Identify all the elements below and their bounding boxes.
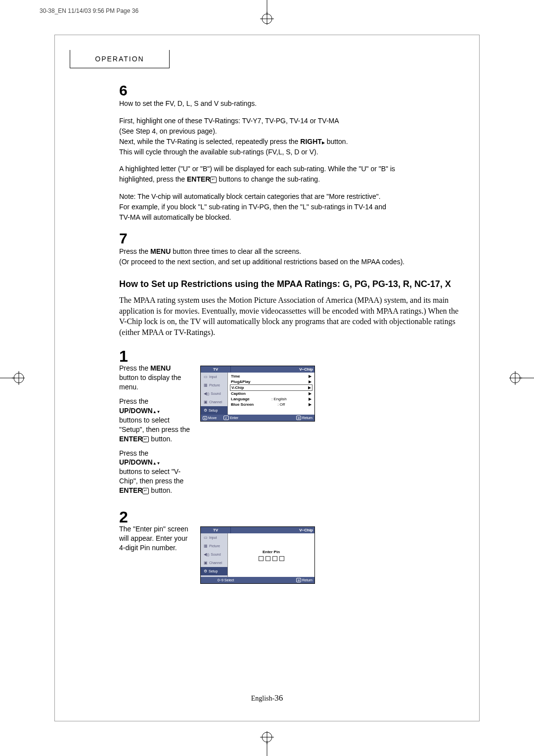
section-title: OPERATION — [70, 50, 170, 68]
step-1-number: 1 — [119, 347, 128, 366]
step-2-text: The "Enter pin" screen will appear. Ente… — [119, 524, 193, 553]
crop-mark-top — [256, 0, 278, 25]
step-6-number: 6 — [119, 82, 465, 99]
printer-header: 30-38_EN 11/14/03 9:56 PM Page 36 — [40, 7, 138, 14]
pin-box — [279, 556, 284, 561]
crop-mark-left — [0, 367, 25, 389]
tv1-sidebar: ▭Input ▦Picture ◀))Sound ▣Channel ⚙Setup — [201, 373, 228, 415]
step-6-text: How to set the FV, D, L, S and V sub-rat… — [119, 99, 465, 222]
tv-screenshot-2: TV V−Chip ▭Input ▦Picture ◀))Sound ▣Chan… — [200, 526, 315, 584]
enter-icon: ↵ — [142, 436, 149, 443]
tv2-sidebar: ▭Input ▦Picture ◀))Sound ▣Channel ⚙Setup — [201, 533, 228, 577]
mpaa-heading: How to Set up Restrictions using the MPA… — [119, 279, 465, 290]
crop-mark-bottom — [256, 731, 278, 756]
tv1-main: Time▶ Plug&Play▶ V-Chip▶ Caption▶ Langua… — [228, 373, 314, 415]
enter-icon: ↵ — [142, 488, 149, 494]
step-2-number: 2 — [119, 508, 128, 526]
pin-box — [259, 556, 264, 561]
step-7-number: 7 — [119, 230, 465, 247]
enter-icon: ↵ — [210, 177, 217, 183]
step-1-text: Press the MENU button to display the men… — [119, 364, 193, 495]
page-frame: OPERATION 6 How to set the FV, D, L, S a… — [54, 35, 480, 721]
tv2-enter-pin: Enter Pin — [228, 533, 314, 577]
content: 6 How to set the FV, D, L, S and V sub-r… — [119, 82, 465, 584]
page-number: English-36 — [251, 693, 283, 703]
tv-screenshot-1: TV V−Chip ▭Input ▦Picture ◀))Sound ▣Chan… — [200, 366, 315, 422]
step-7-text: Press the MENU button three times to cle… — [119, 247, 465, 267]
step-2-row: 2 — [119, 508, 465, 526]
step-1-row: 1 — [119, 347, 465, 366]
crop-mark-right — [509, 367, 534, 389]
pin-box — [266, 556, 270, 561]
pin-box — [272, 556, 277, 561]
mpaa-intro: The MPAA rating system uses the Motion P… — [119, 295, 465, 337]
